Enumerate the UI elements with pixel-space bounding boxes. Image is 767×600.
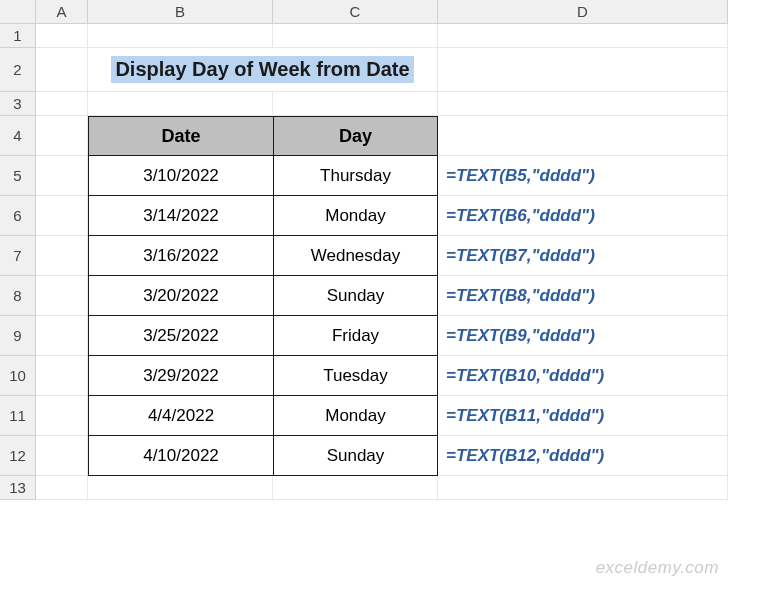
cell-d2[interactable] (438, 48, 728, 92)
col-header-c[interactable]: C (273, 0, 438, 24)
cell-a5[interactable] (36, 156, 88, 196)
cell-d3[interactable] (438, 92, 728, 116)
cell-b3[interactable] (88, 92, 273, 116)
cell-b6[interactable]: 3/14/2022 (88, 196, 273, 236)
cell-a7[interactable] (36, 236, 88, 276)
row-header-3[interactable]: 3 (0, 92, 36, 116)
formula-d6[interactable]: =TEXT(B6,"dddd") (438, 196, 728, 236)
cell-c10[interactable]: Tuesday (273, 356, 438, 396)
cell-a12[interactable] (36, 436, 88, 476)
cell-a1[interactable] (36, 24, 88, 48)
cell-a6[interactable] (36, 196, 88, 236)
formula-d11[interactable]: =TEXT(B11,"dddd") (438, 396, 728, 436)
row-header-7[interactable]: 7 (0, 236, 36, 276)
row-header-6[interactable]: 6 (0, 196, 36, 236)
row-header-1[interactable]: 1 (0, 24, 36, 48)
table-header-date[interactable]: Date (88, 116, 273, 156)
cell-c1[interactable] (273, 24, 438, 48)
cell-b8[interactable]: 3/20/2022 (88, 276, 273, 316)
cell-c7[interactable]: Wednesday (273, 236, 438, 276)
cell-c9[interactable]: Friday (273, 316, 438, 356)
row-header-12[interactable]: 12 (0, 436, 36, 476)
cell-a10[interactable] (36, 356, 88, 396)
cell-b7[interactable]: 3/16/2022 (88, 236, 273, 276)
page-title: Display Day of Week from Date (111, 56, 413, 83)
title-cell[interactable]: Display Day of Week from Date (88, 48, 438, 92)
cell-c11[interactable]: Monday (273, 396, 438, 436)
cell-a11[interactable] (36, 396, 88, 436)
row-header-13[interactable]: 13 (0, 476, 36, 500)
cell-c3[interactable] (273, 92, 438, 116)
cell-a13[interactable] (36, 476, 88, 500)
formula-d12[interactable]: =TEXT(B12,"dddd") (438, 436, 728, 476)
row-header-8[interactable]: 8 (0, 276, 36, 316)
cell-b12[interactable]: 4/10/2022 (88, 436, 273, 476)
cell-b10[interactable]: 3/29/2022 (88, 356, 273, 396)
row-header-5[interactable]: 5 (0, 156, 36, 196)
cell-a2[interactable] (36, 48, 88, 92)
col-header-d[interactable]: D (438, 0, 728, 24)
row-header-2[interactable]: 2 (0, 48, 36, 92)
cell-c8[interactable]: Sunday (273, 276, 438, 316)
cell-d4[interactable] (438, 116, 728, 156)
cell-c13[interactable] (273, 476, 438, 500)
cell-a3[interactable] (36, 92, 88, 116)
row-header-10[interactable]: 10 (0, 356, 36, 396)
spreadsheet-grid: A B C D 1 2 Display Day of Week from Dat… (0, 0, 767, 500)
cell-b1[interactable] (88, 24, 273, 48)
cell-b9[interactable]: 3/25/2022 (88, 316, 273, 356)
cell-b13[interactable] (88, 476, 273, 500)
row-header-4[interactable]: 4 (0, 116, 36, 156)
cell-d1[interactable] (438, 24, 728, 48)
formula-d5[interactable]: =TEXT(B5,"dddd") (438, 156, 728, 196)
col-header-b[interactable]: B (88, 0, 273, 24)
formula-d7[interactable]: =TEXT(B7,"dddd") (438, 236, 728, 276)
cell-a4[interactable] (36, 116, 88, 156)
cell-a9[interactable] (36, 316, 88, 356)
formula-d10[interactable]: =TEXT(B10,"dddd") (438, 356, 728, 396)
cell-c6[interactable]: Monday (273, 196, 438, 236)
cell-a8[interactable] (36, 276, 88, 316)
formula-d9[interactable]: =TEXT(B9,"dddd") (438, 316, 728, 356)
cell-c12[interactable]: Sunday (273, 436, 438, 476)
table-header-day[interactable]: Day (273, 116, 438, 156)
row-header-11[interactable]: 11 (0, 396, 36, 436)
formula-d8[interactable]: =TEXT(B8,"dddd") (438, 276, 728, 316)
cell-d13[interactable] (438, 476, 728, 500)
watermark: exceldemy.com (596, 558, 719, 578)
corner-cell[interactable] (0, 0, 36, 24)
cell-b5[interactable]: 3/10/2022 (88, 156, 273, 196)
cell-b11[interactable]: 4/4/2022 (88, 396, 273, 436)
col-header-a[interactable]: A (36, 0, 88, 24)
row-header-9[interactable]: 9 (0, 316, 36, 356)
cell-c5[interactable]: Thursday (273, 156, 438, 196)
